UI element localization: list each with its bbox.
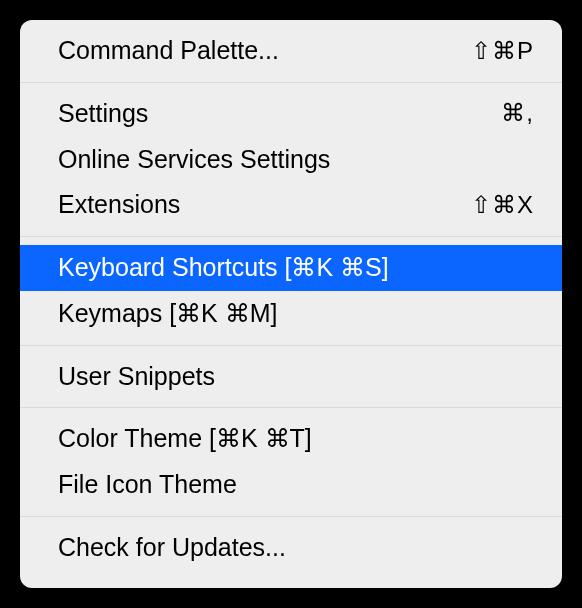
menu-item-shortcut: ⇧⌘X — [471, 189, 534, 221]
menu-item-command-palette[interactable]: Command Palette... ⇧⌘P — [20, 28, 562, 74]
menu-item-label: Command Palette... — [58, 34, 279, 68]
menu-item-settings[interactable]: Settings ⌘, — [20, 91, 562, 137]
menu-item-label: Settings — [58, 97, 148, 131]
menu-separator — [20, 82, 562, 83]
menu-item-check-for-updates[interactable]: Check for Updates... — [20, 525, 562, 571]
menu-item-user-snippets[interactable]: User Snippets — [20, 354, 562, 400]
menu-item-label: Keymaps [⌘K ⌘M] — [58, 297, 278, 331]
menu-item-keymaps[interactable]: Keymaps [⌘K ⌘M] — [20, 291, 562, 337]
context-menu: Command Palette... ⇧⌘P Settings ⌘, Onlin… — [20, 20, 562, 588]
menu-separator — [20, 516, 562, 517]
menu-item-label: Online Services Settings — [58, 143, 330, 177]
menu-separator — [20, 236, 562, 237]
menu-item-color-theme[interactable]: Color Theme [⌘K ⌘T] — [20, 416, 562, 462]
menu-item-label: Extensions — [58, 188, 180, 222]
menu-item-keyboard-shortcuts[interactable]: Keyboard Shortcuts [⌘K ⌘S] — [20, 245, 562, 291]
menu-item-file-icon-theme[interactable]: File Icon Theme — [20, 462, 562, 508]
menu-item-label: User Snippets — [58, 360, 215, 394]
menu-item-shortcut: ⇧⌘P — [471, 35, 534, 67]
menu-item-shortcut: ⌘, — [501, 97, 534, 129]
menu-item-label: Keyboard Shortcuts [⌘K ⌘S] — [58, 251, 389, 285]
menu-item-extensions[interactable]: Extensions ⇧⌘X — [20, 182, 562, 228]
menu-separator — [20, 407, 562, 408]
menu-item-label: File Icon Theme — [58, 468, 237, 502]
menu-item-online-services-settings[interactable]: Online Services Settings — [20, 137, 562, 183]
menu-separator — [20, 345, 562, 346]
menu-item-label: Color Theme [⌘K ⌘T] — [58, 422, 312, 456]
menu-item-label: Check for Updates... — [58, 531, 286, 565]
